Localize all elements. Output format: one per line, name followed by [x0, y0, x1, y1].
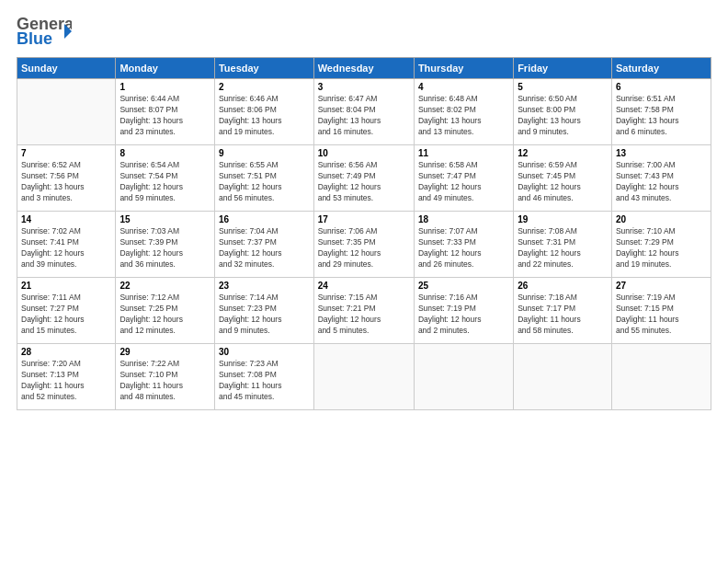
calendar-cell: 17Sunrise: 7:06 AM Sunset: 7:35 PM Dayli… [313, 212, 414, 278]
day-number: 3 [318, 82, 410, 92]
weekday-header-wednesday: Wednesday [313, 58, 414, 79]
weekday-header-monday: Monday [116, 58, 215, 79]
day-number: 22 [119, 281, 210, 291]
day-number: 10 [318, 148, 410, 158]
calendar-cell: 4Sunrise: 6:48 AM Sunset: 8:02 PM Daylig… [414, 79, 513, 145]
day-number: 19 [518, 214, 608, 224]
day-detail: Sunrise: 6:59 AM Sunset: 7:45 PM Dayligh… [518, 160, 608, 204]
calendar-cell [313, 344, 414, 410]
day-detail: Sunrise: 7:16 AM Sunset: 7:19 PM Dayligh… [418, 293, 509, 337]
day-number: 18 [418, 214, 509, 224]
day-detail: Sunrise: 7:03 AM Sunset: 7:39 PM Dayligh… [119, 226, 210, 270]
day-number: 8 [119, 148, 210, 158]
day-number: 23 [219, 281, 310, 291]
calendar-cell: 27Sunrise: 7:19 AM Sunset: 7:15 PM Dayli… [611, 278, 711, 344]
calendar-cell: 29Sunrise: 7:22 AM Sunset: 7:10 PM Dayli… [116, 344, 215, 410]
calendar-cell: 28Sunrise: 7:20 AM Sunset: 7:13 PM Dayli… [17, 344, 116, 410]
day-detail: Sunrise: 7:10 AM Sunset: 7:29 PM Dayligh… [616, 226, 707, 270]
calendar-cell: 30Sunrise: 7:23 AM Sunset: 7:08 PM Dayli… [214, 344, 313, 410]
day-detail: Sunrise: 6:51 AM Sunset: 7:58 PM Dayligh… [616, 94, 707, 138]
day-detail: Sunrise: 7:22 AM Sunset: 7:10 PM Dayligh… [119, 359, 210, 403]
day-detail: Sunrise: 6:58 AM Sunset: 7:47 PM Dayligh… [418, 160, 509, 204]
day-detail: Sunrise: 6:48 AM Sunset: 8:02 PM Dayligh… [418, 94, 509, 138]
day-number: 25 [418, 281, 509, 291]
day-number: 28 [21, 347, 111, 357]
calendar-cell: 26Sunrise: 7:18 AM Sunset: 7:17 PM Dayli… [514, 278, 612, 344]
day-number: 1 [119, 82, 210, 92]
calendar-cell: 13Sunrise: 7:00 AM Sunset: 7:43 PM Dayli… [611, 145, 711, 212]
svg-text:Blue: Blue [17, 29, 52, 48]
calendar-cell: 16Sunrise: 7:04 AM Sunset: 7:37 PM Dayli… [214, 212, 313, 278]
day-detail: Sunrise: 7:19 AM Sunset: 7:15 PM Dayligh… [616, 293, 707, 337]
calendar-cell: 23Sunrise: 7:14 AM Sunset: 7:23 PM Dayli… [214, 278, 313, 344]
day-number: 17 [318, 214, 410, 224]
day-detail: Sunrise: 7:08 AM Sunset: 7:31 PM Dayligh… [518, 226, 608, 270]
calendar-week-5: 28Sunrise: 7:20 AM Sunset: 7:13 PM Dayli… [17, 344, 711, 410]
day-number: 20 [616, 214, 707, 224]
calendar-header: SundayMondayTuesdayWednesdayThursdayFrid… [17, 58, 711, 79]
calendar-page: GeneralBlue SundayMondayTuesdayWednesday… [0, 0, 728, 563]
calendar-cell: 7Sunrise: 6:52 AM Sunset: 7:56 PM Daylig… [17, 145, 116, 212]
calendar-cell: 18Sunrise: 7:07 AM Sunset: 7:33 PM Dayli… [414, 212, 513, 278]
calendar-cell: 19Sunrise: 7:08 AM Sunset: 7:31 PM Dayli… [514, 212, 612, 278]
day-detail: Sunrise: 6:44 AM Sunset: 8:07 PM Dayligh… [119, 94, 210, 138]
day-detail: Sunrise: 7:15 AM Sunset: 7:21 PM Dayligh… [318, 293, 410, 337]
calendar-cell: 15Sunrise: 7:03 AM Sunset: 7:39 PM Dayli… [116, 212, 215, 278]
calendar-cell [414, 344, 513, 410]
calendar-cell: 25Sunrise: 7:16 AM Sunset: 7:19 PM Dayli… [414, 278, 513, 344]
logo: GeneralBlue [17, 15, 72, 48]
calendar-body: 1Sunrise: 6:44 AM Sunset: 8:07 PM Daylig… [17, 79, 711, 410]
calendar-cell: 10Sunrise: 6:56 AM Sunset: 7:49 PM Dayli… [313, 145, 414, 212]
day-detail: Sunrise: 7:00 AM Sunset: 7:43 PM Dayligh… [616, 160, 707, 204]
day-number: 30 [219, 347, 310, 357]
day-number: 11 [418, 148, 509, 158]
day-detail: Sunrise: 7:02 AM Sunset: 7:41 PM Dayligh… [21, 226, 111, 270]
day-number: 5 [518, 82, 608, 92]
weekday-header-sunday: Sunday [17, 58, 116, 79]
calendar-cell: 9Sunrise: 6:55 AM Sunset: 7:51 PM Daylig… [214, 145, 313, 212]
day-detail: Sunrise: 7:12 AM Sunset: 7:25 PM Dayligh… [119, 293, 210, 337]
calendar-cell: 22Sunrise: 7:12 AM Sunset: 7:25 PM Dayli… [116, 278, 215, 344]
calendar-week-2: 7Sunrise: 6:52 AM Sunset: 7:56 PM Daylig… [17, 145, 711, 212]
day-number: 15 [119, 214, 210, 224]
day-detail: Sunrise: 7:20 AM Sunset: 7:13 PM Dayligh… [21, 359, 111, 403]
day-detail: Sunrise: 6:52 AM Sunset: 7:56 PM Dayligh… [21, 160, 111, 204]
day-number: 13 [616, 148, 707, 158]
day-number: 9 [219, 148, 310, 158]
day-detail: Sunrise: 7:04 AM Sunset: 7:37 PM Dayligh… [219, 226, 310, 270]
calendar-cell: 5Sunrise: 6:50 AM Sunset: 8:00 PM Daylig… [514, 79, 612, 145]
day-detail: Sunrise: 7:14 AM Sunset: 7:23 PM Dayligh… [219, 293, 310, 337]
day-detail: Sunrise: 6:46 AM Sunset: 8:06 PM Dayligh… [219, 94, 310, 138]
day-detail: Sunrise: 6:47 AM Sunset: 8:04 PM Dayligh… [318, 94, 410, 138]
calendar-table: SundayMondayTuesdayWednesdayThursdayFrid… [17, 57, 711, 410]
calendar-cell: 8Sunrise: 6:54 AM Sunset: 7:54 PM Daylig… [116, 145, 215, 212]
weekday-header-thursday: Thursday [414, 58, 513, 79]
weekday-header-row: SundayMondayTuesdayWednesdayThursdayFrid… [17, 58, 711, 79]
weekday-header-tuesday: Tuesday [214, 58, 313, 79]
page-header: GeneralBlue [17, 15, 711, 48]
calendar-week-4: 21Sunrise: 7:11 AM Sunset: 7:27 PM Dayli… [17, 278, 711, 344]
calendar-cell: 14Sunrise: 7:02 AM Sunset: 7:41 PM Dayli… [17, 212, 116, 278]
day-number: 27 [616, 281, 707, 291]
calendar-cell: 11Sunrise: 6:58 AM Sunset: 7:47 PM Dayli… [414, 145, 513, 212]
day-detail: Sunrise: 6:54 AM Sunset: 7:54 PM Dayligh… [119, 160, 210, 204]
day-detail: Sunrise: 6:55 AM Sunset: 7:51 PM Dayligh… [219, 160, 310, 204]
day-number: 29 [119, 347, 210, 357]
day-number: 14 [21, 214, 111, 224]
day-detail: Sunrise: 7:11 AM Sunset: 7:27 PM Dayligh… [21, 293, 111, 337]
day-detail: Sunrise: 6:50 AM Sunset: 8:00 PM Dayligh… [518, 94, 608, 138]
calendar-cell: 2Sunrise: 6:46 AM Sunset: 8:06 PM Daylig… [214, 79, 313, 145]
day-number: 2 [219, 82, 310, 92]
day-number: 7 [21, 148, 111, 158]
weekday-header-friday: Friday [514, 58, 612, 79]
calendar-week-1: 1Sunrise: 6:44 AM Sunset: 8:07 PM Daylig… [17, 79, 711, 145]
weekday-header-saturday: Saturday [611, 58, 711, 79]
calendar-cell: 12Sunrise: 6:59 AM Sunset: 7:45 PM Dayli… [514, 145, 612, 212]
day-detail: Sunrise: 6:56 AM Sunset: 7:49 PM Dayligh… [318, 160, 410, 204]
day-number: 12 [518, 148, 608, 158]
calendar-cell: 20Sunrise: 7:10 AM Sunset: 7:29 PM Dayli… [611, 212, 711, 278]
day-detail: Sunrise: 7:06 AM Sunset: 7:35 PM Dayligh… [318, 226, 410, 270]
calendar-cell [17, 79, 116, 145]
day-number: 24 [318, 281, 410, 291]
day-detail: Sunrise: 7:18 AM Sunset: 7:17 PM Dayligh… [518, 293, 608, 337]
